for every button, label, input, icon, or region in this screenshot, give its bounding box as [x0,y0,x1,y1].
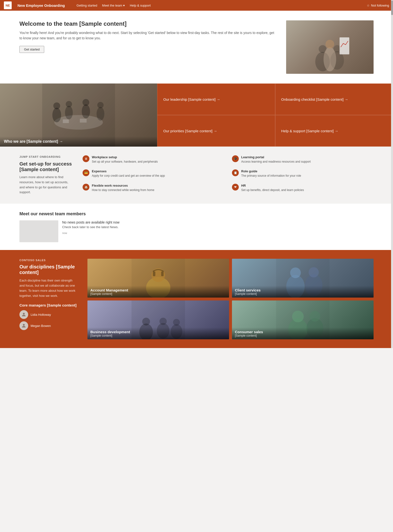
band-image-overlay: Who we are [Sample content] → [0,136,157,147]
svg-point-8 [54,115,103,130]
jumpstart-description: Learn more about where to find resources… [19,175,73,195]
disciplines-left: CONTOSO SALES Our disciplines [Sample co… [19,259,78,339]
svg-point-42 [310,311,320,322]
manager-name-lidia: Lidia Holloway [31,313,51,316]
svg-point-30 [309,267,319,277]
flexible-title: Flexible work resources [92,184,154,187]
jumpstart-item-workplace: 🖥 Workplace setup Set up all your softwa… [83,155,224,166]
jumpstart-item-hr: ❤ HR Set up benefits, direct deposit, an… [232,184,374,195]
no-news-body: Check back later to see the latest News. [62,225,120,229]
band-cell-leadership[interactable]: Our leadership [Sample content] → [157,83,275,115]
account-card-title: Account Management [90,288,226,292]
workplace-desc: Set up all your software, hardware, and … [92,160,158,164]
hr-icon: ❤ [232,184,239,191]
site-title: New Employee Onboarding [17,3,65,8]
business-card-overlay: Business development [Sample content] [87,327,229,339]
learning-icon: 🎓 [232,155,239,162]
manager-name-megan: Megan Bowen [31,324,51,328]
svg-point-19 [23,313,25,315]
svg-point-10 [53,102,60,109]
disciplines-cards-grid: Account Management [Sample content] Clie… [87,259,374,339]
hero-title: Welcome to the team [Sample content] [19,20,276,27]
disc-card-consumer[interactable]: Consumer sales [Sample content] [232,300,374,339]
band-grid: Our leadership [Sample content] → Onboar… [157,83,393,147]
who-we-are-link[interactable]: Who we are [Sample content] → [4,139,63,143]
top-navigation: NE New Employee Onboarding Getting start… [0,0,393,11]
news-content: No news posts are available right now Ch… [62,220,120,235]
jumpstart-item-flexible: 🏠 Flexible work resources How to stay co… [83,184,224,195]
svg-point-40 [292,311,304,322]
hero-image-bg [286,20,374,74]
svg-point-14 [83,99,89,106]
svg-point-28 [290,267,301,278]
leadership-link: Our leadership [Sample content] → [163,97,220,102]
disciplines-section: CONTOSO SALES Our disciplines [Sample co… [0,250,393,348]
help-link: Help & support [Sample content] → [281,128,338,133]
hero-text: Welcome to the team [Sample content] You… [19,20,276,53]
get-started-button[interactable]: Get started [19,46,44,53]
svg-point-15 [97,107,104,121]
svg-rect-24 [153,271,155,276]
consumer-card-title: Consumer sales [235,330,371,334]
disc-card-business[interactable]: Business development [Sample content] [87,300,229,339]
news-title: Meet our newest team members [19,211,374,216]
band-cell-priorities[interactable]: Our priorities [Sample content] → [157,115,275,147]
jumpstart-item-role: 📋 Role guide The primary source of infor… [232,169,374,181]
hero-illustration [308,23,352,71]
svg-point-11 [65,106,73,119]
svg-point-35 [160,318,167,325]
expenses-desc: Apply for corp credit card and get an ov… [92,174,165,178]
following-button[interactable]: ☆ Not following [367,4,389,7]
person-icon [21,312,26,317]
jumpstart-section: JUMP START ONBOARDING Get set-up for suc… [0,147,393,204]
news-placeholder-image [19,220,58,242]
following-label: Not following [371,4,389,7]
site-logo: NE [4,1,12,9]
role-icon: 📋 [232,169,239,176]
svg-rect-25 [161,271,164,276]
jumpstart-item-expenses: 💳 Expenses Apply for corp credit card an… [83,169,224,181]
svg-point-9 [52,108,61,122]
hr-desc: Set up benefits, direct deposit, and lea… [241,188,304,192]
nav-meet-team[interactable]: Meet the team ▾ [100,3,127,8]
learning-title: Learning portal [241,155,311,159]
flexible-icon: 🏠 [83,184,89,191]
svg-point-13 [82,104,90,118]
scrollbar-thumb[interactable] [391,0,393,15]
band-cell-help[interactable]: Help & support [Sample content] → [275,115,393,147]
svg-rect-18 [80,119,87,123]
nav-help-support[interactable]: Help & support [128,3,153,8]
svg-point-12 [66,101,72,107]
jumpstart-item-learning: 🎓 Learning portal Access learning and re… [232,155,374,166]
person-icon-2 [21,323,26,328]
disciplines-description: Each discipline has their own strength a… [19,278,78,298]
nav-getting-started[interactable]: Getting started [75,3,99,8]
disc-card-account[interactable]: Account Management [Sample content] [87,259,229,298]
band-cell-onboarding[interactable]: Onboarding checklist [Sample content] → [275,83,393,115]
flexible-desc: How to stay connected while working from… [92,188,154,192]
hero-description: You're finally here! And you're probably… [19,30,276,41]
hero-image [286,20,374,74]
hero-section: Welcome to the team [Sample content] You… [0,11,393,83]
svg-rect-17 [63,119,69,123]
band-image: Who we are [Sample content] → [0,83,157,147]
consumer-card-overlay: Consumer sales [Sample content] [232,327,374,339]
jumpstart-items-grid: 🖥 Workplace setup Set up all your softwa… [83,155,374,195]
no-news-heading: No news posts are available right now [62,220,120,224]
svg-point-37 [173,319,180,326]
manager-item-lidia: Lidia Holloway [19,310,78,319]
scrollbar[interactable] [391,0,393,348]
nav-links: Getting started Meet the team ▾ Help & s… [75,3,153,8]
svg-point-16 [97,102,104,108]
client-card-overlay: Client services [Sample content] [232,286,374,298]
disciplines-title: Our disciplines [Sample content] [19,264,78,275]
consumer-card-subtitle: [Sample content] [235,334,371,337]
svg-rect-6 [340,37,349,54]
role-title: Role guide [241,169,301,173]
client-card-subtitle: [Sample content] [235,292,371,296]
disc-card-client[interactable]: Client services [Sample content] [232,259,374,298]
disciplines-section-label: CONTOSO SALES [19,259,78,262]
dropdown-icon: ▾ [123,4,125,7]
avatar-megan [19,321,28,330]
svg-point-33 [142,318,150,325]
